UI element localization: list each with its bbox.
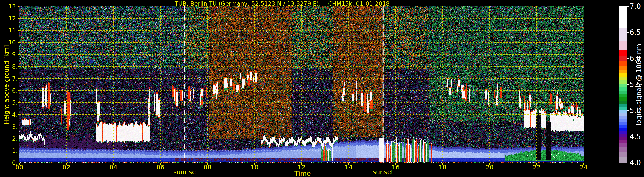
colorbar-swatch	[619, 128, 627, 131]
x-tick-label: 10	[245, 164, 264, 171]
colorbar-swatch	[619, 134, 627, 137]
colorbar-swatch	[619, 119, 627, 122]
colorbar-tick-label: 7.0	[630, 2, 641, 11]
colorbar-swatch	[619, 28, 627, 41]
y-tick-mark	[18, 78, 19, 79]
x-tick-mark	[66, 163, 66, 164]
x-tick-label: 20	[480, 164, 499, 171]
colorbar-swatch	[619, 113, 627, 116]
x-tick-label: 06	[151, 164, 170, 171]
colorbar-tick-mark	[627, 110, 629, 111]
y-tick-mark	[18, 30, 19, 31]
colorbar-swatch	[619, 147, 627, 152]
colorbar-swatch	[619, 80, 627, 84]
x-tick-label: 02	[57, 164, 76, 171]
y-tick-label: 10.	[0, 39, 18, 46]
colorbar-swatch	[619, 41, 627, 50]
x-tick-mark	[254, 163, 255, 164]
x-tick-label: 14	[339, 164, 358, 171]
colorbar-swatch	[619, 7, 627, 28]
y-tick-mark	[18, 126, 19, 127]
y-tick-label: 13.	[0, 3, 18, 10]
y-tick-label: 5.	[0, 99, 18, 106]
colorbar-tick-label: 5.0	[630, 107, 641, 115]
colorbar-swatch	[619, 107, 627, 110]
colorbar-swatch	[619, 56, 627, 61]
colorbar-swatch	[619, 140, 627, 143]
y-tick-mark	[18, 138, 19, 139]
y-tick-label: 0.	[0, 159, 18, 166]
x-tick-mark	[490, 163, 490, 164]
colorbar-tick-label: 6.5	[630, 28, 641, 37]
y-tick-mark	[18, 42, 19, 43]
colorbar-swatch	[619, 143, 627, 147]
y-tick-mark	[18, 150, 19, 151]
sunrise-annotation: sunrise	[174, 168, 196, 176]
y-tick-label: 11.	[0, 27, 18, 34]
colorbar-swatch	[619, 66, 627, 70]
colorbar-swatch	[619, 94, 627, 97]
y-tick-mark	[18, 114, 19, 115]
x-tick-mark	[160, 163, 161, 164]
colorbar-tick-mark	[627, 163, 629, 163]
y-tick-mark	[18, 90, 19, 91]
x-tick-mark	[348, 163, 349, 164]
colorbar-swatch	[619, 157, 627, 163]
colorbar-swatch	[619, 125, 627, 128]
y-tick-label: 4.	[0, 111, 18, 118]
colorbar-swatch	[619, 70, 627, 73]
colorbar-tick-mark	[627, 6, 629, 7]
colorbar-swatch	[619, 84, 627, 87]
colorbar-swatch	[619, 91, 627, 94]
x-tick-label: 16	[386, 164, 405, 171]
colorbar-swatch	[619, 97, 627, 100]
y-tick-label: 7.	[0, 75, 18, 82]
colorbar-swatch	[619, 110, 627, 113]
colorbar-tick-mark	[627, 84, 629, 85]
y-tick-mark	[18, 163, 19, 163]
colorbar-swatch	[619, 137, 627, 140]
colorbar-swatch	[619, 122, 627, 125]
x-tick-label: 12	[292, 164, 311, 171]
x-tick-mark	[584, 163, 584, 164]
x-tick-mark	[395, 163, 396, 164]
backscatter-heatmap-canvas	[19, 7, 584, 163]
colorbar-swatch	[619, 101, 627, 104]
y-tick-label: 8.	[0, 63, 18, 70]
x-tick-label: 04	[104, 164, 123, 171]
x-tick-label: 24	[574, 164, 593, 171]
colorbar-swatch	[619, 50, 627, 56]
y-tick-label: 3.	[0, 123, 18, 130]
y-tick-mark	[18, 54, 19, 55]
x-tick-mark	[301, 163, 302, 164]
y-tick-label: 9.	[0, 51, 18, 58]
ceilometer-quicklook: TUB: Berlin TU (Germany; 52.5123 N / 13.…	[0, 0, 644, 177]
colorbar-swatch	[619, 131, 627, 134]
colorbar-tick-label: 5.5	[630, 81, 641, 89]
y-tick-mark	[18, 102, 19, 103]
x-tick-mark	[19, 163, 20, 164]
x-tick-label: 18	[433, 164, 452, 171]
y-tick-mark	[18, 66, 19, 67]
colorbar	[619, 7, 627, 163]
colorbar-tick-mark	[627, 32, 629, 33]
x-tick-mark	[207, 163, 208, 164]
page-title: TUB: Berlin TU (Germany; 52.5123 N / 13.…	[0, 0, 564, 7]
colorbar-swatch	[619, 77, 627, 80]
y-tick-label: 6.	[0, 87, 18, 94]
colorbar-swatch	[619, 116, 627, 119]
colorbar-swatch	[619, 87, 627, 90]
colorbar-swatch	[619, 152, 627, 157]
x-tick-mark	[536, 163, 537, 164]
colorbar-tick-mark	[627, 58, 629, 59]
y-tick-label: 12.	[0, 15, 18, 22]
colorbar-tick-label: 4.5	[630, 133, 641, 141]
y-tick-label: 1.	[0, 147, 18, 154]
x-tick-label: 22	[527, 164, 546, 171]
x-tick-mark	[113, 163, 114, 164]
x-tick-label: 08	[198, 164, 217, 171]
y-tick-mark	[18, 6, 19, 7]
colorbar-swatch	[619, 61, 627, 65]
colorbar-swatch	[619, 73, 627, 77]
colorbar-tick-mark	[627, 137, 629, 137]
